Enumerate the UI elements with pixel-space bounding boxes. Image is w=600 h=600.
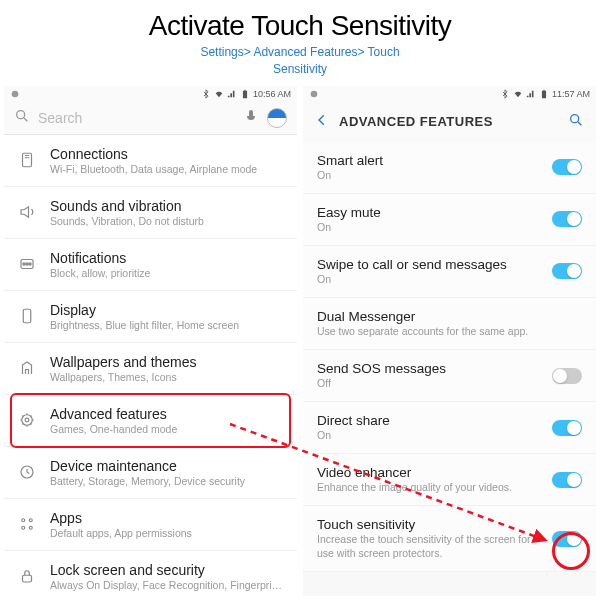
breadcrumb-line1: Settings> Advanced Features> Touch bbox=[0, 44, 600, 61]
settings-item-label: Display bbox=[50, 302, 285, 318]
af-item-sub: Off bbox=[317, 377, 542, 390]
settings-item-label: Device maintenance bbox=[50, 458, 285, 474]
toggle-switch[interactable] bbox=[552, 368, 582, 384]
highlight-circle bbox=[552, 532, 590, 570]
af-item-swipe-to-call-or-send-messages[interactable]: Swipe to call or send messagesOn bbox=[303, 246, 596, 298]
settings-item-device-maintenance[interactable]: Device maintenanceBattery, Storage, Memo… bbox=[4, 447, 297, 499]
apps-icon bbox=[16, 513, 38, 535]
settings-item-sub: Battery, Storage, Memory, Device securit… bbox=[50, 475, 285, 487]
settings-item-sub: Wallpapers, Themes, Icons bbox=[50, 371, 285, 383]
settings-item-advanced-features[interactable]: Advanced featuresGames, One-handed mode bbox=[4, 395, 297, 447]
af-item-label: Smart alert bbox=[317, 153, 542, 168]
search-row[interactable]: Search bbox=[4, 102, 297, 134]
svg-point-3 bbox=[17, 110, 25, 118]
battery-icon bbox=[539, 89, 549, 99]
settings-item-sub: Games, One-handed mode bbox=[50, 423, 285, 435]
svg-point-7 bbox=[23, 263, 25, 265]
af-item-sub: On bbox=[317, 429, 542, 442]
svg-rect-18 bbox=[23, 575, 32, 582]
af-item-label: Dual Messenger bbox=[317, 309, 582, 324]
lock-icon bbox=[16, 565, 38, 587]
settings-item-sub: Default apps, App permissions bbox=[50, 527, 285, 539]
status-bar-left: 10:56 AM bbox=[4, 86, 297, 102]
af-item-sub: Use two separate accounts for the same a… bbox=[317, 325, 582, 338]
af-item-easy-mute[interactable]: Easy muteOn bbox=[303, 194, 596, 246]
page-title: Activate Touch Sensitivity bbox=[0, 0, 600, 42]
toggle-switch[interactable] bbox=[552, 263, 582, 279]
avatar[interactable] bbox=[267, 108, 287, 128]
settings-item-apps[interactable]: AppsDefault apps, App permissions bbox=[4, 499, 297, 551]
svg-rect-1 bbox=[243, 90, 247, 98]
bluetooth-icon bbox=[500, 89, 510, 99]
settings-item-sub: Block, allow, prioritize bbox=[50, 267, 285, 279]
settings-item-notifications[interactable]: NotificationsBlock, allow, prioritize bbox=[4, 239, 297, 291]
settings-item-label: Apps bbox=[50, 510, 285, 526]
settings-item-label: Sounds and vibration bbox=[50, 198, 285, 214]
status-bar-right: 11:57 AM bbox=[303, 86, 596, 102]
settings-item-sub: Always On Display, Face Recognition, Fin… bbox=[50, 579, 285, 591]
svg-point-8 bbox=[26, 263, 28, 265]
af-item-sub: Enhance the image quality of your videos… bbox=[317, 481, 542, 494]
af-item-dual-messenger[interactable]: Dual MessengerUse two separate accounts … bbox=[303, 298, 596, 350]
svg-point-14 bbox=[22, 519, 25, 522]
af-item-label: Touch sensitivity bbox=[317, 517, 542, 532]
search-icon bbox=[14, 108, 30, 128]
toggle-switch[interactable] bbox=[552, 211, 582, 227]
status-time: 10:56 AM bbox=[253, 89, 291, 99]
search-input[interactable]: Search bbox=[38, 110, 235, 126]
af-item-sub: On bbox=[317, 169, 542, 182]
settings-item-wallpapers-and-themes[interactable]: Wallpapers and themesWallpapers, Themes,… bbox=[4, 343, 297, 395]
svg-point-19 bbox=[311, 90, 318, 97]
settings-list: ConnectionsWi-Fi, Bluetooth, Data usage,… bbox=[4, 135, 297, 596]
settings-item-label: Wallpapers and themes bbox=[50, 354, 285, 370]
settings-item-label: Lock screen and security bbox=[50, 562, 285, 578]
af-item-sub: On bbox=[317, 273, 542, 286]
svg-point-16 bbox=[22, 526, 25, 529]
connections-icon bbox=[16, 149, 38, 171]
breadcrumb: Settings> Advanced Features> Touch Sensi… bbox=[0, 44, 600, 78]
settings-item-display[interactable]: DisplayBrightness, Blue light filter, Ho… bbox=[4, 291, 297, 343]
svg-point-17 bbox=[29, 526, 32, 529]
display-icon bbox=[16, 305, 38, 327]
status-time: 11:57 AM bbox=[552, 89, 590, 99]
af-item-label: Send SOS messages bbox=[317, 361, 542, 376]
settings-item-connections[interactable]: ConnectionsWi-Fi, Bluetooth, Data usage,… bbox=[4, 135, 297, 187]
af-item-label: Easy mute bbox=[317, 205, 542, 220]
reddit-icon bbox=[10, 89, 20, 99]
settings-item-sounds-and-vibration[interactable]: Sounds and vibrationSounds, Vibration, D… bbox=[4, 187, 297, 239]
toggle-switch[interactable] bbox=[552, 420, 582, 436]
settings-item-sub: Sounds, Vibration, Do not disturb bbox=[50, 215, 285, 227]
advanced-features-list: Smart alertOnEasy muteOnSwipe to call or… bbox=[303, 142, 596, 572]
notifications-icon bbox=[16, 253, 38, 275]
toggle-switch[interactable] bbox=[552, 472, 582, 488]
svg-point-15 bbox=[29, 519, 32, 522]
af-item-send-sos-messages[interactable]: Send SOS messagesOff bbox=[303, 350, 596, 402]
bluetooth-icon bbox=[201, 89, 211, 99]
settings-item-lock-screen-and-security[interactable]: Lock screen and securityAlways On Displa… bbox=[4, 551, 297, 596]
af-item-smart-alert[interactable]: Smart alertOn bbox=[303, 142, 596, 194]
wifi-icon bbox=[513, 89, 523, 99]
svg-point-12 bbox=[25, 418, 29, 422]
af-item-sub: On bbox=[317, 221, 542, 234]
af-item-sub: Increase the touch sensitivity of the sc… bbox=[317, 533, 542, 559]
back-icon[interactable] bbox=[315, 113, 329, 131]
svg-rect-20 bbox=[542, 90, 546, 98]
af-item-direct-share[interactable]: Direct shareOn bbox=[303, 402, 596, 454]
search-icon[interactable] bbox=[568, 112, 584, 132]
af-item-label: Direct share bbox=[317, 413, 542, 428]
settings-item-sub: Brightness, Blue light filter, Home scre… bbox=[50, 319, 285, 331]
settings-item-label: Connections bbox=[50, 146, 285, 162]
mic-icon[interactable] bbox=[243, 108, 259, 128]
svg-rect-21 bbox=[543, 89, 545, 90]
phone-settings: 10:56 AM Search ConnectionsWi-Fi, Blueto… bbox=[4, 86, 297, 596]
settings-item-label: Notifications bbox=[50, 250, 285, 266]
battery-icon bbox=[240, 89, 250, 99]
toggle-switch[interactable] bbox=[552, 159, 582, 175]
af-item-video-enhancer[interactable]: Video enhancerEnhance the image quality … bbox=[303, 454, 596, 506]
svg-point-9 bbox=[29, 263, 31, 265]
signal-icon bbox=[526, 89, 536, 99]
af-item-touch-sensitivity[interactable]: Touch sensitivityIncrease the touch sens… bbox=[303, 506, 596, 571]
sound-icon bbox=[16, 201, 38, 223]
settings-item-label: Advanced features bbox=[50, 406, 285, 422]
wallpaper-icon bbox=[16, 357, 38, 379]
